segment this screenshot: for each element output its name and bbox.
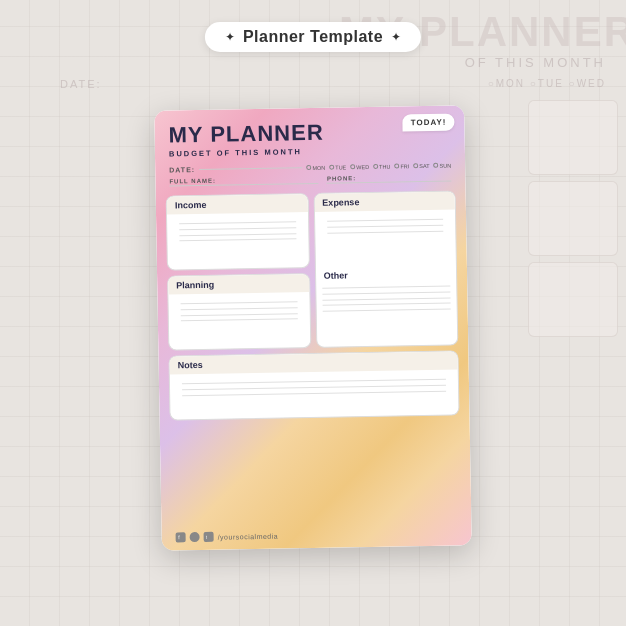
income-section: Income [166,193,310,270]
planner-template-label: Planner Template [243,28,383,46]
today-bubble: TODAY! [402,114,454,132]
income-lines [173,216,302,246]
svg-text:t: t [206,535,208,540]
expense-line-1 [327,219,443,222]
day-mon: MON [306,164,325,170]
day-options: MON TUE WED THU FRI SAT [306,162,451,171]
income-line-2 [179,227,295,230]
expense-lines [321,214,450,239]
expense-section: Expense Other [313,190,458,347]
notes-lines [176,374,452,401]
planning-line-4 [181,319,297,322]
expense-line-2 [327,225,443,228]
watermark-subtitle: OF THIS MONTH [465,55,606,70]
day-text-wed: WED [356,163,369,169]
day-tue: TUE [329,164,346,170]
date-line [199,167,302,170]
right-box-3 [528,262,618,337]
income-line-3 [179,233,295,236]
day-circle-tue [329,165,334,170]
right-preview-boxes [528,100,618,337]
day-text-tue: TUE [335,164,346,170]
full-name-field: FULL NAME: [169,176,319,187]
top-label-container: ✦ Planner Template ✦ [205,22,421,52]
day-text-fri: FRI [400,163,409,169]
instagram-icon [190,532,200,542]
other-line-4 [322,303,450,306]
day-circle-fri [394,163,399,168]
notes-section: Notes [168,350,459,420]
card-content: Income Expense Other [156,184,470,420]
day-circle-thu [373,164,378,169]
right-box-1 [528,100,618,175]
day-circle-mon [306,165,311,170]
income-line-1 [179,221,295,224]
svg-text:f: f [178,534,180,540]
social-icons: f t [176,532,214,543]
right-box-2 [528,181,618,256]
day-text-thu: THU [379,163,390,169]
day-circle-sun [434,163,439,168]
planner-card: TODAY! MY PLANNER BUDGET OF THIS MONTH D… [154,105,472,550]
day-sun: SUN [434,162,452,168]
diamond-right-icon: ✦ [391,30,401,44]
planning-lines [174,296,303,326]
day-text-mon: MON [312,164,325,170]
other-line-1 [322,286,450,289]
watermark-days: ○MON ○TUE ○WED [488,78,606,89]
day-fri: FRI [394,163,409,169]
day-sat: SAT [413,162,429,168]
twitter-icon: t [204,532,214,542]
planning-line-1 [181,301,297,304]
day-text-sun: SUN [440,162,452,168]
expense-body [314,210,455,267]
diamond-left-icon: ✦ [225,30,235,44]
phone-field: PHONE: [327,174,452,184]
other-line-3 [322,297,450,300]
notes-line-2 [182,384,446,389]
notes-body [170,369,459,419]
planning-section: Planning [167,273,311,350]
other-lines [316,280,457,316]
income-body [167,212,308,269]
notes-line-1 [182,379,446,384]
other-line-2 [322,291,450,294]
notes-line-3 [182,390,446,395]
expense-line-3 [327,230,443,233]
day-thu: THU [373,163,390,169]
social-handle-text: /yoursocialmedia [218,532,279,540]
facebook-icon: f [176,532,186,542]
date-label: DATE: [169,166,195,173]
income-line-4 [179,239,295,242]
watermark-date: DATE: [60,78,102,90]
other-line-5 [322,309,450,312]
planning-line-3 [181,313,297,316]
planning-line-2 [181,307,297,310]
day-text-sat: SAT [419,162,429,168]
planning-body [168,292,309,349]
day-wed: WED [350,163,369,169]
day-circle-wed [350,164,355,169]
day-circle-sat [413,163,418,168]
